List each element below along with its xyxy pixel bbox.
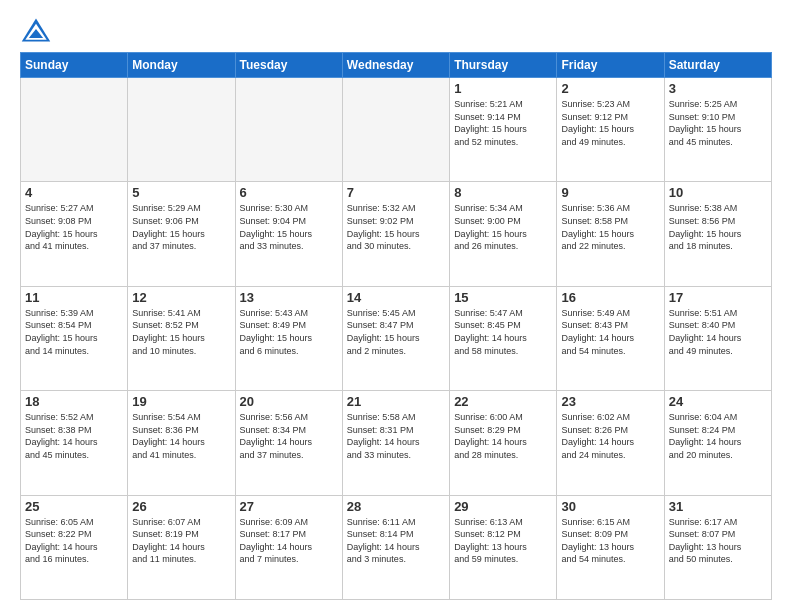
calendar-cell: 22Sunrise: 6:00 AM Sunset: 8:29 PM Dayli… bbox=[450, 391, 557, 495]
calendar-cell: 14Sunrise: 5:45 AM Sunset: 8:47 PM Dayli… bbox=[342, 286, 449, 390]
day-number: 30 bbox=[561, 499, 659, 514]
day-info: Sunrise: 5:58 AM Sunset: 8:31 PM Dayligh… bbox=[347, 411, 445, 461]
day-number: 5 bbox=[132, 185, 230, 200]
calendar-cell: 13Sunrise: 5:43 AM Sunset: 8:49 PM Dayli… bbox=[235, 286, 342, 390]
day-number: 7 bbox=[347, 185, 445, 200]
calendar-cell: 7Sunrise: 5:32 AM Sunset: 9:02 PM Daylig… bbox=[342, 182, 449, 286]
day-info: Sunrise: 5:27 AM Sunset: 9:08 PM Dayligh… bbox=[25, 202, 123, 252]
day-number: 21 bbox=[347, 394, 445, 409]
calendar-cell: 26Sunrise: 6:07 AM Sunset: 8:19 PM Dayli… bbox=[128, 495, 235, 599]
calendar-table: SundayMondayTuesdayWednesdayThursdayFrid… bbox=[20, 52, 772, 600]
day-info: Sunrise: 5:30 AM Sunset: 9:04 PM Dayligh… bbox=[240, 202, 338, 252]
day-number: 26 bbox=[132, 499, 230, 514]
day-info: Sunrise: 5:25 AM Sunset: 9:10 PM Dayligh… bbox=[669, 98, 767, 148]
calendar-cell: 21Sunrise: 5:58 AM Sunset: 8:31 PM Dayli… bbox=[342, 391, 449, 495]
calendar-week-4: 18Sunrise: 5:52 AM Sunset: 8:38 PM Dayli… bbox=[21, 391, 772, 495]
day-info: Sunrise: 5:47 AM Sunset: 8:45 PM Dayligh… bbox=[454, 307, 552, 357]
day-info: Sunrise: 6:04 AM Sunset: 8:24 PM Dayligh… bbox=[669, 411, 767, 461]
calendar-header-friday: Friday bbox=[557, 53, 664, 78]
calendar-cell: 6Sunrise: 5:30 AM Sunset: 9:04 PM Daylig… bbox=[235, 182, 342, 286]
day-number: 22 bbox=[454, 394, 552, 409]
calendar-cell: 8Sunrise: 5:34 AM Sunset: 9:00 PM Daylig… bbox=[450, 182, 557, 286]
calendar-week-1: 1Sunrise: 5:21 AM Sunset: 9:14 PM Daylig… bbox=[21, 78, 772, 182]
day-number: 11 bbox=[25, 290, 123, 305]
calendar-cell: 28Sunrise: 6:11 AM Sunset: 8:14 PM Dayli… bbox=[342, 495, 449, 599]
day-info: Sunrise: 6:02 AM Sunset: 8:26 PM Dayligh… bbox=[561, 411, 659, 461]
day-number: 24 bbox=[669, 394, 767, 409]
calendar-cell: 4Sunrise: 5:27 AM Sunset: 9:08 PM Daylig… bbox=[21, 182, 128, 286]
calendar-cell: 20Sunrise: 5:56 AM Sunset: 8:34 PM Dayli… bbox=[235, 391, 342, 495]
calendar-cell: 3Sunrise: 5:25 AM Sunset: 9:10 PM Daylig… bbox=[664, 78, 771, 182]
day-number: 31 bbox=[669, 499, 767, 514]
day-info: Sunrise: 6:05 AM Sunset: 8:22 PM Dayligh… bbox=[25, 516, 123, 566]
day-info: Sunrise: 6:13 AM Sunset: 8:12 PM Dayligh… bbox=[454, 516, 552, 566]
day-number: 6 bbox=[240, 185, 338, 200]
day-info: Sunrise: 5:34 AM Sunset: 9:00 PM Dayligh… bbox=[454, 202, 552, 252]
day-number: 25 bbox=[25, 499, 123, 514]
day-number: 4 bbox=[25, 185, 123, 200]
day-number: 9 bbox=[561, 185, 659, 200]
day-number: 1 bbox=[454, 81, 552, 96]
day-info: Sunrise: 5:38 AM Sunset: 8:56 PM Dayligh… bbox=[669, 202, 767, 252]
calendar-cell: 31Sunrise: 6:17 AM Sunset: 8:07 PM Dayli… bbox=[664, 495, 771, 599]
day-number: 8 bbox=[454, 185, 552, 200]
calendar-week-2: 4Sunrise: 5:27 AM Sunset: 9:08 PM Daylig… bbox=[21, 182, 772, 286]
day-number: 15 bbox=[454, 290, 552, 305]
day-number: 12 bbox=[132, 290, 230, 305]
calendar-cell: 24Sunrise: 6:04 AM Sunset: 8:24 PM Dayli… bbox=[664, 391, 771, 495]
calendar-header-thursday: Thursday bbox=[450, 53, 557, 78]
day-number: 16 bbox=[561, 290, 659, 305]
calendar-cell bbox=[128, 78, 235, 182]
day-info: Sunrise: 6:00 AM Sunset: 8:29 PM Dayligh… bbox=[454, 411, 552, 461]
calendar-header-wednesday: Wednesday bbox=[342, 53, 449, 78]
calendar-week-5: 25Sunrise: 6:05 AM Sunset: 8:22 PM Dayli… bbox=[21, 495, 772, 599]
day-info: Sunrise: 5:21 AM Sunset: 9:14 PM Dayligh… bbox=[454, 98, 552, 148]
day-number: 14 bbox=[347, 290, 445, 305]
day-number: 10 bbox=[669, 185, 767, 200]
calendar-week-3: 11Sunrise: 5:39 AM Sunset: 8:54 PM Dayli… bbox=[21, 286, 772, 390]
calendar-cell bbox=[21, 78, 128, 182]
day-info: Sunrise: 6:09 AM Sunset: 8:17 PM Dayligh… bbox=[240, 516, 338, 566]
calendar-cell: 30Sunrise: 6:15 AM Sunset: 8:09 PM Dayli… bbox=[557, 495, 664, 599]
day-number: 17 bbox=[669, 290, 767, 305]
calendar-cell: 29Sunrise: 6:13 AM Sunset: 8:12 PM Dayli… bbox=[450, 495, 557, 599]
day-info: Sunrise: 5:39 AM Sunset: 8:54 PM Dayligh… bbox=[25, 307, 123, 357]
day-info: Sunrise: 5:51 AM Sunset: 8:40 PM Dayligh… bbox=[669, 307, 767, 357]
calendar-header-monday: Monday bbox=[128, 53, 235, 78]
day-info: Sunrise: 5:45 AM Sunset: 8:47 PM Dayligh… bbox=[347, 307, 445, 357]
calendar-cell: 15Sunrise: 5:47 AM Sunset: 8:45 PM Dayli… bbox=[450, 286, 557, 390]
day-info: Sunrise: 5:23 AM Sunset: 9:12 PM Dayligh… bbox=[561, 98, 659, 148]
calendar-cell bbox=[342, 78, 449, 182]
day-info: Sunrise: 5:43 AM Sunset: 8:49 PM Dayligh… bbox=[240, 307, 338, 357]
day-info: Sunrise: 6:15 AM Sunset: 8:09 PM Dayligh… bbox=[561, 516, 659, 566]
calendar-cell bbox=[235, 78, 342, 182]
day-number: 19 bbox=[132, 394, 230, 409]
day-info: Sunrise: 5:54 AM Sunset: 8:36 PM Dayligh… bbox=[132, 411, 230, 461]
day-info: Sunrise: 5:56 AM Sunset: 8:34 PM Dayligh… bbox=[240, 411, 338, 461]
day-info: Sunrise: 5:36 AM Sunset: 8:58 PM Dayligh… bbox=[561, 202, 659, 252]
day-number: 18 bbox=[25, 394, 123, 409]
day-number: 2 bbox=[561, 81, 659, 96]
logo bbox=[20, 16, 56, 44]
calendar-cell: 19Sunrise: 5:54 AM Sunset: 8:36 PM Dayli… bbox=[128, 391, 235, 495]
calendar-cell: 10Sunrise: 5:38 AM Sunset: 8:56 PM Dayli… bbox=[664, 182, 771, 286]
page: SundayMondayTuesdayWednesdayThursdayFrid… bbox=[0, 0, 792, 612]
day-info: Sunrise: 6:17 AM Sunset: 8:07 PM Dayligh… bbox=[669, 516, 767, 566]
day-number: 20 bbox=[240, 394, 338, 409]
calendar-cell: 27Sunrise: 6:09 AM Sunset: 8:17 PM Dayli… bbox=[235, 495, 342, 599]
day-info: Sunrise: 5:29 AM Sunset: 9:06 PM Dayligh… bbox=[132, 202, 230, 252]
calendar-cell: 12Sunrise: 5:41 AM Sunset: 8:52 PM Dayli… bbox=[128, 286, 235, 390]
day-number: 13 bbox=[240, 290, 338, 305]
calendar-header-saturday: Saturday bbox=[664, 53, 771, 78]
calendar-cell: 5Sunrise: 5:29 AM Sunset: 9:06 PM Daylig… bbox=[128, 182, 235, 286]
calendar-header-tuesday: Tuesday bbox=[235, 53, 342, 78]
calendar-cell: 25Sunrise: 6:05 AM Sunset: 8:22 PM Dayli… bbox=[21, 495, 128, 599]
calendar-header-row: SundayMondayTuesdayWednesdayThursdayFrid… bbox=[21, 53, 772, 78]
header bbox=[20, 16, 772, 44]
day-number: 27 bbox=[240, 499, 338, 514]
calendar-header-sunday: Sunday bbox=[21, 53, 128, 78]
day-info: Sunrise: 5:41 AM Sunset: 8:52 PM Dayligh… bbox=[132, 307, 230, 357]
calendar-cell: 2Sunrise: 5:23 AM Sunset: 9:12 PM Daylig… bbox=[557, 78, 664, 182]
calendar-cell: 1Sunrise: 5:21 AM Sunset: 9:14 PM Daylig… bbox=[450, 78, 557, 182]
calendar-cell: 11Sunrise: 5:39 AM Sunset: 8:54 PM Dayli… bbox=[21, 286, 128, 390]
